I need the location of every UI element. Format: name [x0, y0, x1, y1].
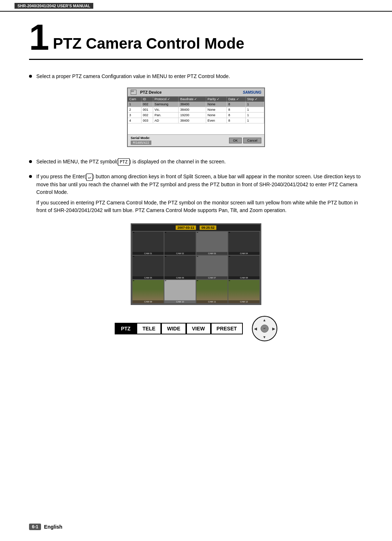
cam-label: CAM 04	[228, 252, 260, 255]
col-cam: Cam	[128, 97, 141, 102]
cam-date-badge: 2007-03-11	[176, 225, 196, 230]
col-baudrate: Baudrate ✓	[179, 97, 206, 102]
chapter-number: 1	[29, 19, 49, 55]
col-protocol: Protocol ✓	[153, 97, 179, 102]
serial-mode-label: Serial Mode:	[131, 136, 151, 140]
manual-title: SHR-2040/2041/2042 USER'S MANUAL	[15, 3, 93, 9]
camera-grid-box: 2007-03-11 09:25:52 CAM 01CAM 02CAM 03CA…	[131, 223, 261, 305]
table-row: 1002Samsung38400None81	[128, 102, 264, 107]
ptz-device-container: PTZ Device SAMSUNG Cam ID Protocol ✓ Bau…	[29, 88, 363, 147]
cam-cell: CAM 02	[164, 232, 196, 255]
ptz-btn-view[interactable]: VIEW	[186, 323, 211, 334]
ptz-device-table: Cam ID Protocol ✓ Baudrate ✓ Parity ✓ Da…	[128, 97, 264, 123]
dpad-circle: ▲ ▼ ◀ ▶ ↵	[252, 316, 277, 341]
page-badge: 6-1	[29, 524, 41, 530]
cam-label: CAM 06	[164, 276, 196, 279]
col-parity: Parity ✓	[206, 97, 226, 102]
camera-grid-container: 2007-03-11 09:25:52 CAM 01CAM 02CAM 03CA…	[29, 223, 363, 305]
table-row: 2001Vic.38400None81	[128, 107, 264, 113]
cam-label: CAM 12	[228, 300, 260, 303]
bullet-dot-1	[29, 75, 32, 78]
col-data: Data ✓	[227, 97, 246, 102]
ptz-table-header-row: Cam ID Protocol ✓ Baudrate ✓ Parity ✓ Da…	[128, 97, 264, 102]
ptz-btn-preset[interactable]: PRESET	[211, 323, 243, 334]
cam-label: CAM 03	[196, 252, 228, 255]
bullet-item-3: If you press the Enter(↵) button among d…	[29, 173, 363, 214]
ptz-btn-wide[interactable]: WIDE	[161, 323, 186, 334]
main-content: 1 PTZ Camera Control Mode Select a prope…	[0, 12, 392, 363]
bullet-item-1: Select a proper PTZ camera Configuration…	[29, 73, 363, 80]
samsung-logo: SAMSUNG	[243, 90, 261, 94]
cam-cell: CAM 04	[228, 232, 260, 255]
enter-key-box: ↵	[86, 174, 93, 181]
cam-cell: CAM 01	[132, 232, 164, 255]
bullet-dot-3	[29, 175, 32, 178]
dpad-right-arrow[interactable]: ▶	[272, 327, 275, 331]
cam-label: CAM 02	[164, 252, 196, 255]
bullet-text-2: Selected in MENU, the PTZ symbol( PTZ ) …	[36, 158, 363, 166]
table-row: 4003AD38400Even81	[128, 118, 264, 123]
ptz-btn-ptz[interactable]: PTZ	[115, 323, 136, 334]
page-footer: 6-1 English	[29, 524, 62, 530]
ptz-device-header: PTZ Device SAMSUNG	[128, 88, 264, 97]
bullet-text-1: Select a proper PTZ camera Configuration…	[36, 73, 363, 80]
sub-paragraph: If you succeed in entering PTZ Camera Co…	[36, 199, 363, 214]
cam-cell: CAM 06	[164, 256, 196, 279]
cancel-button[interactable]: Cancel	[243, 138, 261, 143]
bullet-section-2: Selected in MENU, the PTZ symbol( PTZ ) …	[29, 158, 363, 166]
dpad-center-button[interactable]: ↵	[261, 325, 269, 333]
ok-button[interactable]: OK	[229, 138, 242, 143]
bullet-dot-2	[29, 160, 32, 163]
cam-label: CAM 01	[132, 252, 164, 255]
ptz-button-group: PTZTELEWIDEVIEWPRESET	[115, 323, 242, 334]
bullet-section-1: Select a proper PTZ camera Configuration…	[29, 73, 363, 147]
ptz-tab-icon	[131, 90, 136, 95]
cam-cell: CAM 05	[132, 256, 164, 279]
bullet-text-3: If you press the Enter(↵) button among d…	[36, 173, 363, 214]
cam-cell: CAM 07	[196, 256, 228, 279]
cam-label: CAM 09	[132, 300, 164, 303]
cam-time-badge: 09:25:52	[200, 225, 216, 230]
cam-label: CAM 10	[164, 300, 196, 303]
table-row: 3002Pan.19200None81	[128, 113, 264, 118]
header-bar: SHR-2040/2041/2042 USER'S MANUAL	[0, 0, 392, 12]
cam-cell: CAM 08	[228, 256, 260, 279]
serial-mode-value: RS485/422	[131, 141, 151, 145]
col-stop: Stop ✓	[245, 97, 264, 102]
cam-label: CAM 11	[196, 300, 228, 303]
bullet-section-3: If you press the Enter(↵) button among d…	[29, 173, 363, 214]
cam-cell: CAM 12	[228, 280, 260, 304]
cam-cell: CAM 03	[196, 232, 228, 255]
camera-grid-top-bar: 2007-03-11 09:25:52	[132, 224, 260, 231]
chapter-title: PTZ Camera Control Mode	[53, 35, 244, 55]
cam-cell: CAM 11	[196, 280, 228, 304]
ptz-device-title: PTZ Device	[140, 90, 162, 94]
ptz-key-box: PTZ	[118, 158, 130, 166]
ptz-btn-tele[interactable]: TELE	[136, 323, 161, 334]
cam-label: CAM 05	[132, 276, 164, 279]
dpad: ▲ ▼ ◀ ▶ ↵	[252, 316, 277, 341]
footer-buttons: OK Cancel	[229, 138, 261, 143]
col-id: ID	[141, 97, 153, 102]
bullet-item-2: Selected in MENU, the PTZ symbol( PTZ ) …	[29, 158, 363, 166]
cam-grid: CAM 01CAM 02CAM 03CAM 04CAM 05CAM 06CAM …	[132, 231, 260, 304]
serial-mode-section: Serial Mode: RS485/422	[131, 136, 151, 145]
cam-label: CAM 08	[228, 276, 260, 279]
ptz-device-footer: Serial Mode: RS485/422 OK Cancel	[128, 134, 264, 146]
dpad-down-arrow[interactable]: ▼	[263, 335, 266, 339]
dpad-left-arrow[interactable]: ◀	[254, 327, 257, 331]
cam-cell: CAM 10	[164, 280, 196, 304]
page-language: English	[44, 524, 62, 530]
ptz-buttons-row: PTZTELEWIDEVIEWPRESET ▲ ▼ ◀ ▶ ↵	[29, 316, 363, 341]
cam-cell: CAM 09	[132, 280, 164, 304]
ptz-device-box: PTZ Device SAMSUNG Cam ID Protocol ✓ Bau…	[127, 88, 265, 147]
cam-label: CAM 07	[196, 276, 228, 279]
chapter-heading: 1 PTZ Camera Control Mode	[29, 19, 363, 60]
dpad-up-arrow[interactable]: ▲	[263, 318, 266, 322]
